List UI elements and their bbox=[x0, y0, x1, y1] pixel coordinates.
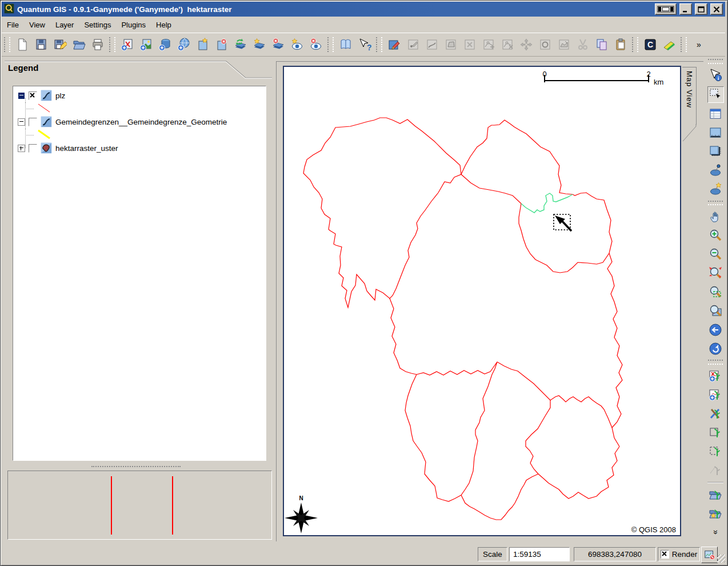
toolbar-grip[interactable] bbox=[708, 360, 723, 365]
toolbar-grip[interactable] bbox=[708, 59, 723, 64]
attribute-table-button[interactable] bbox=[708, 106, 723, 122]
zoom-to-selection-button[interactable] bbox=[708, 284, 723, 300]
render-toggle[interactable]: Render bbox=[658, 547, 700, 561]
maximize-button[interactable] bbox=[695, 3, 707, 15]
delete-vertex-button[interactable] bbox=[499, 37, 515, 53]
grass-open-mapset-button[interactable] bbox=[708, 487, 723, 503]
menu-help[interactable]: Help bbox=[151, 18, 177, 31]
cut-features-button[interactable] bbox=[575, 37, 590, 53]
north-arrow-icon: N bbox=[285, 495, 318, 533]
capture-point-button[interactable] bbox=[405, 37, 421, 53]
grass-edit-vector-button[interactable] bbox=[708, 425, 723, 440]
tree-expander[interactable] bbox=[18, 92, 25, 99]
paste-features-button[interactable] bbox=[613, 37, 628, 53]
resize-grip[interactable] bbox=[717, 555, 725, 563]
grass-tools-button[interactable] bbox=[708, 406, 723, 421]
zoom-in-button[interactable] bbox=[708, 228, 723, 243]
grass-edit-attributes-button[interactable] bbox=[708, 463, 723, 478]
new-project-button[interactable] bbox=[14, 37, 30, 53]
close-button[interactable] bbox=[710, 3, 723, 15]
legend-tree[interactable]: plzGemeindegrenzen__Gemeindegrenze_Geome… bbox=[13, 86, 266, 461]
toolbar-grip[interactable] bbox=[109, 37, 115, 52]
attribute-table-icon bbox=[709, 107, 722, 121]
legend-layer-row[interactable]: Gemeindegrenzen__Gemeindegrenze_Geometri… bbox=[13, 115, 266, 129]
toolbar-overflow-down-button[interactable]: » bbox=[708, 525, 723, 540]
save-project-button[interactable] bbox=[33, 37, 49, 53]
delete-selected-button[interactable] bbox=[462, 37, 477, 53]
toolbar-overflow-button[interactable]: » bbox=[691, 37, 706, 53]
layer-visibility-checkbox[interactable] bbox=[29, 91, 37, 100]
menu-view[interactable]: View bbox=[24, 18, 50, 31]
zoom-last-button[interactable] bbox=[708, 322, 723, 337]
scale-bar-button[interactable] bbox=[661, 37, 677, 53]
add-vector-layer-button[interactable] bbox=[119, 37, 135, 53]
layer-visibility-checkbox[interactable] bbox=[29, 118, 37, 126]
toolbar-grip[interactable] bbox=[376, 37, 382, 52]
add-island-button[interactable] bbox=[556, 37, 571, 53]
add-postgis-layer-button[interactable] bbox=[157, 37, 173, 53]
add-to-overview-button[interactable] bbox=[233, 37, 248, 53]
menu-file[interactable]: File bbox=[2, 18, 24, 31]
titlebar[interactable]: Quantum GIS - 0.9.1-Ganymede ('Ganymede'… bbox=[2, 2, 725, 17]
save-project-as-button[interactable] bbox=[52, 37, 67, 53]
zoom-out-button[interactable] bbox=[708, 246, 723, 262]
scale-input[interactable]: 1:59135 bbox=[509, 547, 570, 561]
print-button[interactable] bbox=[90, 37, 105, 53]
grass-add-raster-button[interactable] bbox=[708, 387, 723, 402]
add-all-to-overview-button[interactable] bbox=[251, 37, 267, 53]
select-features-button[interactable] bbox=[707, 86, 724, 103]
measure-line-button[interactable] bbox=[708, 125, 723, 141]
show-bookmarks-button[interactable] bbox=[708, 163, 723, 178]
new-bookmark-button[interactable] bbox=[708, 182, 723, 197]
measure-area-button[interactable] bbox=[708, 144, 723, 160]
refresh-button[interactable] bbox=[708, 341, 723, 356]
toolbar-grip[interactable] bbox=[681, 37, 687, 52]
help-contents-button[interactable] bbox=[338, 37, 353, 53]
pan-button[interactable] bbox=[708, 209, 723, 224]
grass-edit-region-button[interactable] bbox=[708, 444, 723, 459]
tree-expander[interactable] bbox=[18, 145, 25, 152]
zoom-to-layer-button[interactable] bbox=[708, 303, 723, 318]
menu-plugins[interactable]: Plugins bbox=[116, 18, 151, 31]
new-vector-layer-button[interactable] bbox=[195, 37, 210, 53]
identify-button[interactable]: i bbox=[708, 67, 723, 83]
map-canvas[interactable]: 0 2 km N © QGIS 2008 bbox=[283, 66, 681, 536]
toolbar-grip[interactable] bbox=[327, 37, 334, 52]
add-wms-layer-button[interactable] bbox=[176, 37, 191, 53]
legend-layer-row[interactable]: hektarraster_uster bbox=[13, 141, 266, 155]
copy-features-button[interactable] bbox=[594, 37, 609, 53]
minimize-button[interactable] bbox=[679, 3, 692, 15]
add-ring-button[interactable] bbox=[537, 37, 553, 53]
open-project-button[interactable] bbox=[71, 37, 86, 53]
toggle-editing-button[interactable] bbox=[386, 37, 402, 53]
move-vertex-button[interactable] bbox=[518, 37, 534, 53]
render-checkbox[interactable] bbox=[661, 550, 669, 559]
toolbar-grip[interactable] bbox=[708, 201, 723, 206]
remove-all-from-overview-button[interactable] bbox=[270, 37, 286, 53]
capture-polygon-button[interactable] bbox=[443, 37, 458, 53]
add-raster-layer-button[interactable] bbox=[138, 37, 154, 53]
remove-layer-button[interactable] bbox=[214, 37, 229, 53]
hide-all-layers-button[interactable] bbox=[308, 37, 323, 53]
zoom-full-button[interactable] bbox=[708, 265, 723, 281]
menu-layer[interactable]: Layer bbox=[50, 18, 79, 31]
stop-render-button[interactable] bbox=[701, 547, 718, 563]
map-view-tab[interactable]: Map View bbox=[682, 67, 697, 125]
tree-expander[interactable] bbox=[18, 118, 25, 126]
capture-line-button[interactable] bbox=[424, 37, 439, 53]
legend-layer-row[interactable]: plz bbox=[13, 89, 266, 102]
boundary-line bbox=[461, 120, 573, 194]
toolbar-grip[interactable] bbox=[4, 37, 10, 52]
grass-new-mapset-button[interactable] bbox=[708, 506, 723, 521]
grass-add-vector-button[interactable] bbox=[708, 368, 723, 384]
overview-panel[interactable] bbox=[7, 471, 272, 540]
layer-visibility-checkbox[interactable] bbox=[29, 144, 37, 153]
toolbar-grip[interactable] bbox=[632, 37, 638, 52]
whats-this-button[interactable]: ? bbox=[357, 37, 372, 53]
menu-settings[interactable]: Settings bbox=[79, 18, 116, 31]
copyright-label-button[interactable]: C bbox=[642, 37, 658, 53]
window-shade-button[interactable] bbox=[655, 3, 677, 15]
show-all-layers-button[interactable] bbox=[289, 37, 305, 53]
add-to-overview-icon bbox=[234, 38, 247, 51]
add-vertex-button[interactable] bbox=[481, 37, 496, 53]
